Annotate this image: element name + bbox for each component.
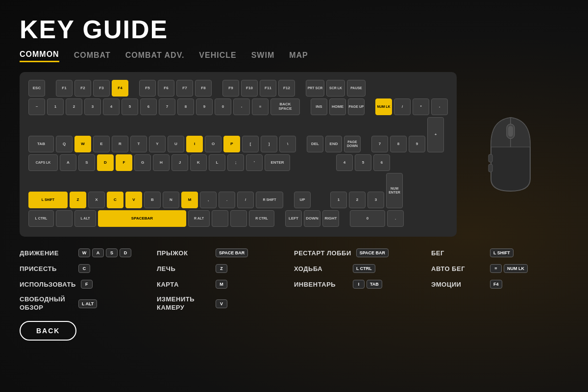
key-minus: -	[233, 98, 250, 115]
key-g: G	[134, 154, 151, 171]
key-numlk: NUM LK	[375, 98, 392, 115]
binding-col-3: РЕСТАРТ ЛОББИ SPACE BAR ХОДЬБА L CTRL ИН…	[294, 248, 431, 312]
key-lctrl: L CTRL	[28, 210, 54, 227]
bindings-section: ДВИЖЕНИЕ W A S D ПРИСЕСТЬ C ИСПОЛЬЗОВАТЬ…	[20, 248, 568, 312]
key-f11: F11	[260, 80, 276, 97]
kb-row-bottom: L CTRL L ALT SPACEBAR R ALT R CTRL LEFT …	[28, 210, 448, 227]
key-f1: F1	[56, 80, 73, 97]
key-numplus: +	[427, 117, 444, 152]
key-quote: '	[246, 154, 263, 171]
binding-keys-camera: V	[216, 299, 227, 308]
key-n: N	[163, 192, 179, 208]
binding-keys-jump: SPACE BAR	[216, 248, 248, 257]
key-scrlk: SCR LK	[326, 80, 345, 97]
key-f7: F7	[176, 80, 193, 97]
binding-camera: ИЗМЕНИТЬКАМЕРУ V	[157, 295, 284, 312]
key-k: K	[190, 154, 207, 171]
key-rwin	[212, 210, 228, 227]
key-badge-spacebar-restart: SPACE BAR	[356, 248, 389, 257]
binding-jump: ПРЫЖОК SPACE BAR	[157, 248, 284, 257]
key-d: D	[97, 154, 114, 171]
key-badge-numlk: NUM LK	[504, 264, 528, 273]
binding-keys-prone: Z	[216, 264, 227, 273]
key-badge-lalt: L Alt	[78, 299, 97, 308]
key-rshift: R SHIFT	[256, 192, 283, 208]
key-x: X	[88, 192, 105, 208]
key-equals: =	[252, 98, 269, 115]
kb-row-zxcv: L SHIFT Z X C V B N M , . / R SHIFT UP 1…	[28, 173, 448, 208]
binding-label-movement: ДВИЖЕНИЕ	[20, 249, 74, 257]
binding-label-freelook: СВОБОДНЫЙОБЗОР	[20, 295, 74, 312]
binding-keys-emotes: F4	[490, 280, 502, 289]
binding-label-use: ИСПОЛЬЗОВАТЬ	[20, 281, 76, 288]
key-spacebar: SPACEBAR	[98, 210, 186, 227]
binding-label-prone: ЛЕЧЬ	[157, 265, 211, 272]
key-2: 2	[66, 98, 82, 115]
key-pause: PAUSE	[347, 80, 366, 97]
key-num2: 2	[349, 192, 366, 208]
binding-restart: РЕСТАРТ ЛОББИ SPACE BAR	[294, 248, 421, 257]
binding-inventory: ИНВЕНТАРЬ I TAB	[294, 280, 421, 289]
svg-rect-2	[508, 126, 513, 137]
key-1: 1	[47, 98, 64, 115]
key-num7: 7	[371, 136, 388, 152]
binding-label-sprint: БЕГ	[431, 249, 485, 257]
key-badge-z: Z	[216, 264, 227, 273]
key-badge-w: W	[78, 248, 90, 257]
tab-combat-adv[interactable]: COMBAT ADV.	[125, 51, 185, 62]
kb-row-numbers: ~ 1 2 3 4 5 6 7 8 9 0 - = BACKSPACE INS …	[28, 98, 448, 115]
binding-col-2: ПРЫЖОК SPACE BAR ЛЕЧЬ Z КАРТА M ИЗМЕНИТЬ…	[157, 248, 294, 312]
binding-keys-map: M	[216, 280, 227, 289]
key-f9: F9	[222, 80, 239, 97]
key-f2: F2	[74, 80, 91, 97]
key-numslash: /	[394, 98, 411, 115]
binding-label-walk: ХОДЬБА	[294, 265, 348, 272]
key-f: F	[116, 154, 132, 171]
key-numminus: -	[431, 98, 448, 115]
key-p: P	[223, 136, 240, 152]
key-h: H	[153, 154, 170, 171]
binding-emotes: ЭМОЦИИ F4	[431, 280, 559, 289]
key-numdot: .	[387, 210, 404, 227]
tab-swim[interactable]: SWIM	[251, 51, 275, 62]
key-badge-m: M	[216, 280, 227, 289]
key-slash: /	[237, 192, 254, 208]
key-numstar: *	[413, 98, 429, 115]
key-o: O	[205, 136, 221, 152]
keyboard: ESC F1 F2 F3 F4 F5 F6 F7 F8 F9 F10 F11 F…	[20, 72, 457, 237]
key-badge-a: A	[92, 248, 104, 257]
key-right: RIGHT	[322, 210, 339, 227]
binding-keys-inventory: I TAB	[353, 280, 382, 289]
key-up: UP	[294, 192, 311, 208]
key-8: 8	[177, 98, 194, 115]
tab-vehicle[interactable]: VEHICLE	[199, 51, 236, 62]
binding-label-crouch: ПРИСЕСТЬ	[20, 265, 74, 272]
key-q: Q	[56, 136, 73, 152]
key-f8: F8	[195, 80, 212, 97]
key-s: S	[78, 154, 95, 171]
binding-keys-use: F	[81, 280, 93, 289]
key-rbracket: ]	[261, 136, 277, 152]
key-num5: 5	[355, 154, 371, 171]
key-backspace: BACKSPACE	[270, 98, 300, 115]
back-button[interactable]: BACK	[20, 321, 76, 341]
key-v: V	[125, 192, 142, 208]
key-pgdn: PAGE DOWN	[344, 136, 361, 152]
key-w: W	[74, 136, 91, 152]
key-capslk: CAPS LK	[28, 154, 58, 171]
tab-combat[interactable]: COMBAT	[74, 51, 111, 62]
binding-label-camera: ИЗМЕНИТЬКАМЕРУ	[157, 295, 211, 312]
binding-keys-sprint: L SHIFT	[490, 248, 514, 257]
kb-row-qwerty: TAB Q W E R T Y U I O P [ ] \ DEL END PA…	[28, 117, 448, 152]
binding-use: ИСПОЛЬЗОВАТЬ F	[20, 280, 147, 289]
key-num4: 4	[336, 154, 353, 171]
key-rctrl: R CTRL	[249, 210, 274, 227]
key-badge-v: V	[216, 299, 227, 308]
key-f4: F4	[112, 80, 128, 97]
tab-map[interactable]: MAP	[289, 51, 308, 62]
tab-common[interactable]: COMMON	[20, 50, 59, 62]
svg-rect-4	[489, 164, 492, 172]
key-badge-f: F	[81, 280, 93, 289]
key-badge-d: D	[120, 248, 131, 257]
key-lbracket: [	[242, 136, 259, 152]
